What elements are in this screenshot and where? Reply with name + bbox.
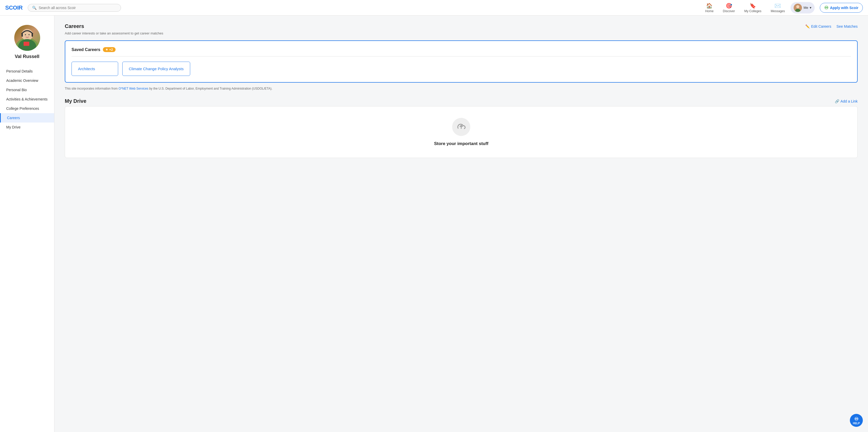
nav-discover-label: Discover bbox=[723, 9, 735, 13]
edit-careers-link[interactable]: ✏️ Edit Careers bbox=[805, 24, 831, 29]
search-bar[interactable]: 🔍 bbox=[28, 4, 121, 12]
help-button[interactable]: ♾ HELP bbox=[850, 414, 863, 427]
nav-items: 🏠 Home 🎯 Discover 🔖 My Colleges ✉️ Messa… bbox=[702, 1, 863, 15]
avatar-image bbox=[14, 25, 40, 51]
upload-icon-circle bbox=[452, 118, 470, 136]
sidebar-item-careers[interactable]: Careers bbox=[0, 113, 54, 123]
user-avatar bbox=[794, 4, 802, 12]
career-card-architects[interactable]: Architects bbox=[71, 62, 118, 76]
edit-careers-label: Edit Careers bbox=[811, 24, 831, 29]
apply-button-label: Apply with Scoir bbox=[830, 6, 859, 10]
careers-box: Saved Careers ★ +2 Architects Climate Ch… bbox=[65, 40, 858, 82]
user-name: Val Russell bbox=[5, 54, 49, 59]
nav-home[interactable]: 🏠 Home bbox=[702, 1, 717, 15]
nav-home-label: Home bbox=[705, 9, 714, 13]
onet-suffix: by the U.S. Department of Labor, Employm… bbox=[148, 87, 272, 90]
nav-discover[interactable]: 🎯 Discover bbox=[719, 1, 739, 15]
careers-subtitle: Add career interests or take an assessme… bbox=[65, 31, 858, 35]
careers-header: Careers ✏️ Edit Careers See Matches bbox=[65, 23, 858, 29]
main-content: Careers ✏️ Edit Careers See Matches Add … bbox=[54, 15, 868, 432]
badge-count: +2 bbox=[109, 48, 113, 52]
sidebar-item-college-preferences[interactable]: College Preferences bbox=[0, 104, 54, 113]
svg-point-8 bbox=[25, 34, 26, 35]
saved-careers-label: Saved Careers bbox=[71, 47, 100, 52]
sidebar-item-academic-overview[interactable]: Academic Overview bbox=[0, 76, 54, 85]
link-icon: 🔗 bbox=[835, 99, 839, 103]
see-matches-link[interactable]: See Matches bbox=[836, 24, 858, 29]
see-matches-label: See Matches bbox=[836, 24, 858, 29]
svg-rect-11 bbox=[24, 42, 29, 46]
sidebar-item-my-drive[interactable]: My Drive bbox=[0, 123, 54, 132]
onet-link[interactable]: O*NET Web Services bbox=[118, 87, 148, 90]
discover-icon: 🎯 bbox=[726, 3, 732, 9]
svg-point-1 bbox=[796, 5, 799, 8]
upload-icon bbox=[457, 122, 466, 132]
career-cards: Architects Climate Change Policy Analyst… bbox=[71, 62, 851, 76]
onet-notice-text: This site incorporates information from bbox=[65, 87, 118, 90]
drive-header: My Drive 🔗 Add a Link bbox=[65, 98, 858, 104]
store-title: Store your important stuff bbox=[434, 141, 488, 146]
saved-careers-header: Saved Careers ★ +2 bbox=[71, 47, 851, 57]
nav-me[interactable]: Me ▾ bbox=[790, 2, 815, 13]
drive-title: My Drive bbox=[65, 98, 86, 104]
drive-box: Store your important stuff bbox=[65, 106, 858, 158]
saved-careers-badge: ★ +2 bbox=[103, 47, 116, 52]
career-climate-label: Climate Change Policy Analysts bbox=[129, 67, 184, 71]
apply-button[interactable]: ♾ Apply with Scoir bbox=[820, 3, 863, 13]
my-colleges-icon: 🔖 bbox=[750, 3, 756, 9]
help-icon: ♾ bbox=[854, 416, 859, 422]
career-architects-label: Architects bbox=[78, 67, 95, 71]
badge-star-icon: ★ bbox=[105, 48, 108, 51]
profile-avatar bbox=[14, 25, 40, 51]
search-icon: 🔍 bbox=[32, 6, 36, 10]
add-link-label: Add a Link bbox=[840, 99, 858, 103]
careers-section: Careers ✏️ Edit Careers See Matches Add … bbox=[65, 23, 858, 90]
sidebar-item-personal-bio[interactable]: Personal Bio bbox=[0, 85, 54, 95]
topnav: SCOIR 🔍 🏠 Home 🎯 Discover 🔖 My Colleges … bbox=[0, 0, 868, 15]
onet-notice: This site incorporates information from … bbox=[65, 87, 858, 90]
svg-point-9 bbox=[29, 34, 30, 35]
nav-messages-label: Messages bbox=[771, 9, 785, 13]
careers-title: Careers bbox=[65, 23, 84, 29]
career-card-climate-change[interactable]: Climate Change Policy Analysts bbox=[122, 62, 190, 76]
search-input[interactable] bbox=[39, 6, 117, 10]
messages-icon: ✉️ bbox=[774, 3, 781, 9]
edit-icon: ✏️ bbox=[805, 24, 810, 29]
sidebar-item-personal-details[interactable]: Personal Details bbox=[0, 67, 54, 76]
my-drive-section: My Drive 🔗 Add a Link Store your importa… bbox=[65, 98, 858, 158]
nav-my-colleges[interactable]: 🔖 My Colleges bbox=[741, 1, 765, 15]
home-icon: 🏠 bbox=[706, 3, 713, 9]
chevron-down-icon: ▾ bbox=[810, 6, 811, 9]
sidebar-nav: Personal Details Academic Overview Perso… bbox=[0, 65, 54, 134]
layout: Val Russell Personal Details Academic Ov… bbox=[0, 15, 868, 432]
profile-section: Val Russell bbox=[0, 21, 54, 65]
nav-messages[interactable]: ✉️ Messages bbox=[767, 1, 789, 15]
app-logo[interactable]: SCOIR bbox=[5, 4, 23, 11]
careers-actions: ✏️ Edit Careers See Matches bbox=[805, 24, 858, 29]
apply-icon: ♾ bbox=[824, 5, 828, 11]
help-label: HELP bbox=[853, 422, 860, 425]
add-link-button[interactable]: 🔗 Add a Link bbox=[835, 99, 858, 103]
sidebar: Val Russell Personal Details Academic Ov… bbox=[0, 15, 54, 432]
nav-me-label: Me bbox=[804, 6, 808, 9]
nav-my-colleges-label: My Colleges bbox=[744, 9, 762, 13]
sidebar-item-activities-achievements[interactable]: Activities & Achievements bbox=[0, 95, 54, 104]
